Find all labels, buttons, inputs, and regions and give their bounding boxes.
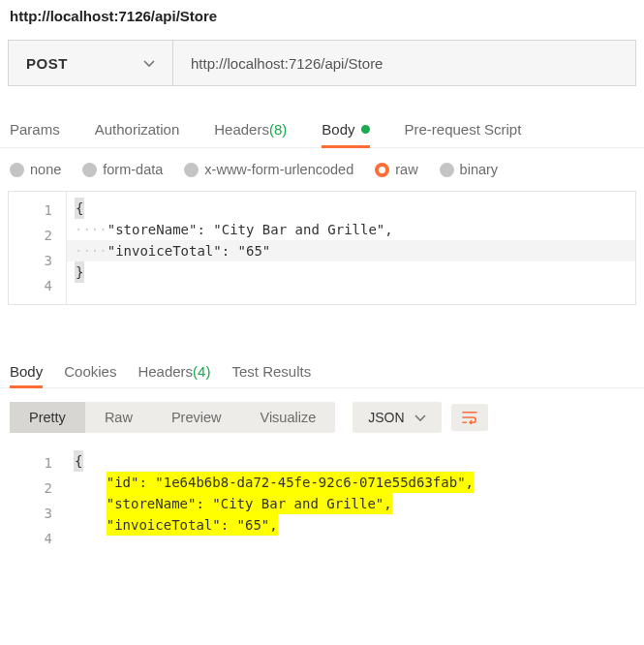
- url-input[interactable]: http://localhost:7126/api/Store: [173, 41, 635, 85]
- line-number: 3: [9, 248, 66, 273]
- response-view-row: Pretty Raw Preview Visualize JSON: [0, 388, 644, 443]
- gutter: 1 2 3 4: [9, 192, 67, 304]
- chevron-down-icon: [143, 55, 155, 71]
- format-label: JSON: [368, 410, 404, 425]
- tab-body[interactable]: Body: [322, 113, 369, 147]
- whitespace: ····: [75, 219, 107, 240]
- radio-icon: [184, 163, 199, 177]
- body-type-formdata[interactable]: form-data: [82, 162, 163, 177]
- spacer: [0, 305, 644, 357]
- view-raw[interactable]: Raw: [85, 402, 152, 433]
- view-visualize[interactable]: Visualize: [240, 402, 335, 433]
- tab-params[interactable]: Params: [10, 113, 60, 147]
- body-type-label: form-data: [103, 162, 163, 177]
- view-pretty[interactable]: Pretty: [10, 402, 85, 433]
- tab-headers-count: (8): [269, 121, 287, 138]
- tab-headers[interactable]: Headers (8): [214, 113, 287, 147]
- line-number: 3: [8, 501, 66, 526]
- wrap-icon: [461, 411, 478, 424]
- body-type-label: raw: [395, 162, 417, 177]
- body-type-label: x-www-form-urlencoded: [204, 162, 353, 177]
- tab-headers-label: Headers: [214, 121, 269, 138]
- resp-tab-headers[interactable]: Headers (4): [138, 357, 210, 387]
- line-number: 1: [8, 450, 66, 476]
- radio-icon: [10, 163, 24, 177]
- line-number: 1: [9, 198, 66, 223]
- line-number: 4: [9, 273, 66, 298]
- radio-icon: [82, 163, 97, 177]
- code-text: "storeName": "City Bar and Grille",: [107, 219, 393, 240]
- request-body-editor[interactable]: 1 2 3 4 { ····"storeName": "City Bar and…: [8, 191, 636, 305]
- highlighted-text: "invoiceTotal": "65",: [107, 514, 278, 536]
- method-label: POST: [26, 55, 68, 72]
- resp-tab-cookies[interactable]: Cookies: [64, 357, 116, 387]
- body-type-none[interactable]: none: [10, 162, 61, 177]
- code-text: {: [74, 450, 83, 472]
- line-number: 2: [8, 476, 66, 501]
- body-type-label: none: [30, 162, 61, 177]
- wrap-lines-button[interactable]: [451, 404, 488, 431]
- request-line: POST http://localhost:7126/api/Store: [8, 40, 636, 86]
- resp-tab-headers-label: Headers: [138, 363, 193, 380]
- code-text: "invoiceTotal": "65": [107, 240, 271, 261]
- method-select[interactable]: POST: [9, 41, 173, 85]
- resp-tab-body[interactable]: Body: [10, 357, 43, 387]
- body-type-row: none form-data x-www-form-urlencoded raw…: [0, 148, 644, 191]
- resp-tab-headers-count: (4): [193, 363, 210, 380]
- line-number: 4: [8, 526, 66, 551]
- tab-body-label: Body: [322, 121, 354, 138]
- code-area[interactable]: { ····"storeName": "City Bar and Grille"…: [67, 192, 635, 304]
- body-type-binary[interactable]: binary: [440, 162, 499, 177]
- indent: [74, 514, 107, 536]
- resp-tab-tests[interactable]: Test Results: [231, 357, 311, 387]
- code-text: {: [75, 198, 84, 219]
- radio-icon: [440, 163, 454, 177]
- line-number: 2: [9, 223, 66, 248]
- highlighted-text: "storeName": "City Bar and Grille",: [107, 493, 392, 514]
- highlighted-text: "id": "1e64b6b8-da72-45fe-92c6-071e55d63…: [107, 472, 474, 493]
- code-text: }: [75, 261, 84, 283]
- tab-authorization[interactable]: Authorization: [95, 113, 180, 147]
- indent: [74, 493, 107, 514]
- view-mode-segment: Pretty Raw Preview Visualize: [10, 402, 335, 433]
- response-tabs: Body Cookies Headers (4) Test Results: [0, 357, 644, 388]
- dirty-indicator-icon: [361, 125, 370, 134]
- tab-prerequest[interactable]: Pre-request Script: [405, 113, 522, 147]
- body-type-raw[interactable]: raw: [375, 162, 417, 177]
- body-type-urlencoded[interactable]: x-www-form-urlencoded: [184, 162, 353, 177]
- view-preview[interactable]: Preview: [152, 402, 241, 433]
- body-type-label: binary: [460, 162, 499, 177]
- indent: [74, 472, 107, 493]
- response-body-editor[interactable]: 1 2 3 4 { "id": "1e64b6b8-da72-45fe-92c6…: [8, 446, 636, 555]
- whitespace: ····: [75, 240, 107, 261]
- page-url-display: http://localhost:7126/api/Store: [0, 0, 644, 40]
- gutter: 1 2 3 4: [8, 446, 66, 555]
- chevron-down-icon: [414, 410, 426, 425]
- response-format-dropdown[interactable]: JSON: [353, 402, 441, 433]
- code-area[interactable]: { "id": "1e64b6b8-da72-45fe-92c6-071e55d…: [66, 446, 636, 555]
- request-tabs: Params Authorization Headers (8) Body Pr…: [0, 113, 644, 148]
- radio-icon: [375, 163, 389, 177]
